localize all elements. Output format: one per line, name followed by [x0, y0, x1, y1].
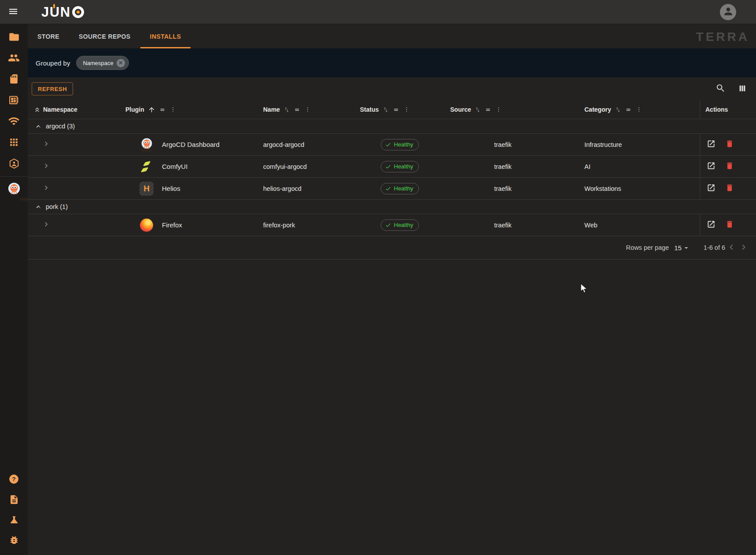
columns-button[interactable] [736, 82, 749, 95]
tab-bar-tabs: STORESOURCE REPOSINSTALLS [28, 24, 191, 48]
sidebar-item-sim-card[interactable] [0, 69, 28, 90]
row-expand-button[interactable] [41, 220, 51, 230]
column-header-status[interactable]: Status [356, 100, 447, 119]
sidebar-bottom-group: ? [0, 470, 28, 551]
grouped-by-bar: Grouped by Namespace ✕ [28, 48, 756, 77]
table-row: H Helios helios-argocd Healthy traefik W… [28, 178, 756, 200]
group-row[interactable]: argocd (3) [28, 119, 756, 134]
install-name: argocd-argocd [260, 134, 356, 155]
chevron-right-icon [42, 220, 51, 230]
delete-icon [725, 220, 734, 230]
source-value: traefik [447, 134, 581, 155]
chevron-right-icon [42, 139, 51, 150]
sidebar-top-group [0, 27, 28, 175]
next-page-button[interactable] [738, 241, 750, 254]
open-install-button[interactable] [705, 183, 717, 194]
pagination-range: 1-6 of 6 [704, 244, 725, 251]
row-expand-button[interactable] [41, 183, 51, 194]
column-header-source[interactable]: Source [447, 100, 581, 119]
sidebar-item-docs[interactable] [0, 490, 28, 510]
sidebar-item-developer-board[interactable] [0, 90, 28, 111]
status-label: Healthy [394, 185, 413, 192]
open-in-new-icon [707, 139, 716, 150]
delete-icon [725, 139, 734, 150]
column-header-name[interactable]: Name [260, 100, 356, 119]
sidebar-item-help[interactable]: ? [0, 470, 28, 490]
sidebar-pinned-group: argo [0, 179, 28, 200]
row-expand-button[interactable] [41, 161, 51, 172]
column-header-category[interactable]: Category [581, 100, 700, 119]
group-label: argocd (3) [46, 123, 75, 130]
rows-per-page-value: 15 [674, 244, 682, 252]
column-header-namespace[interactable]: Namespace [28, 100, 125, 119]
tab-source-repos[interactable]: SOURCE REPOS [69, 24, 140, 48]
column-menu-icon[interactable] [635, 106, 642, 113]
apps-grid-icon [8, 137, 19, 149]
plugin-icon [139, 219, 154, 232]
tab-installs[interactable]: INSTALLS [140, 24, 191, 48]
plugin-name: Firefox [162, 221, 182, 229]
column-header-label: Status [360, 106, 379, 113]
column-menu-icon[interactable] [304, 106, 311, 113]
chip-remove-button[interactable]: ✕ [117, 59, 125, 67]
column-menu-icon[interactable] [169, 106, 176, 113]
category-value: Infrastructure [581, 134, 700, 155]
table-toolbar: REFRESH [28, 77, 756, 100]
previous-page-button[interactable] [725, 241, 738, 254]
sidebar-item-groups[interactable] [0, 48, 28, 69]
filter-icon[interactable] [393, 106, 400, 113]
filter-icon[interactable] [159, 106, 166, 113]
row-expand-button[interactable] [41, 139, 51, 150]
status-label: Healthy [394, 141, 413, 148]
app-logo: JUN [41, 5, 84, 19]
open-install-button[interactable] [705, 219, 717, 231]
user-avatar-button[interactable] [720, 4, 736, 20]
column-header-plugin[interactable]: Plugin [125, 100, 260, 119]
filter-icon[interactable] [294, 106, 301, 113]
tab-store[interactable]: STORE [28, 24, 69, 48]
table-header-row: Namespace Plugin Name Status So [28, 100, 756, 119]
columns-icon [738, 84, 747, 95]
open-install-button[interactable] [705, 139, 717, 150]
caret-down-icon [682, 244, 690, 252]
sidebar-item-folder[interactable] [0, 27, 28, 48]
column-menu-icon[interactable] [403, 106, 410, 113]
delete-install-button[interactable] [724, 139, 735, 150]
delete-install-button[interactable] [724, 183, 735, 194]
delete-install-button[interactable] [724, 161, 735, 172]
chevron-right-icon [738, 242, 749, 254]
table-row: ComfyUI comfyui-argocd Healthy traefik A… [28, 156, 756, 178]
person-icon [723, 6, 734, 18]
menu-button[interactable] [3, 1, 24, 22]
filter-icon[interactable] [625, 106, 632, 113]
delete-icon [725, 183, 734, 194]
delete-install-button[interactable] [724, 219, 735, 231]
plugin-icon: H [139, 182, 154, 196]
install-name: helios-argocd [260, 178, 356, 199]
sidebar-item-apps-grid[interactable] [0, 132, 28, 153]
open-install-button[interactable] [705, 161, 717, 172]
search-button[interactable] [714, 82, 727, 95]
status-badge: Healthy [381, 219, 419, 231]
status-badge: Healthy [381, 161, 419, 172]
sort-icon [283, 106, 290, 113]
science-icon [9, 515, 19, 526]
pagination-bar: Rows per page 15 1-6 of 6 [28, 236, 756, 259]
source-value: traefik [447, 214, 581, 236]
table-row: argo ArgoCD Dashboard argocd-argocd Heal… [28, 134, 756, 156]
sidebar-item-argo-avatar[interactable]: argo [0, 179, 28, 200]
sidebar-item-wifi[interactable] [0, 111, 28, 132]
group-row[interactable]: pork (1) [28, 200, 756, 214]
refresh-button[interactable]: REFRESH [32, 82, 73, 95]
sort-icon [382, 106, 389, 113]
column-menu-icon[interactable] [495, 106, 502, 113]
sidebar-item-bug[interactable] [0, 530, 28, 551]
open-in-new-icon [707, 220, 716, 230]
folder-icon [8, 31, 20, 44]
sidebar-item-science[interactable] [0, 510, 28, 530]
sidebar-item-deployed-code[interactable] [0, 153, 28, 175]
group-label: pork (1) [46, 203, 68, 210]
chevron-right-icon [42, 161, 51, 172]
rows-per-page-select[interactable]: 15 [674, 244, 690, 252]
filter-icon[interactable] [484, 106, 492, 113]
